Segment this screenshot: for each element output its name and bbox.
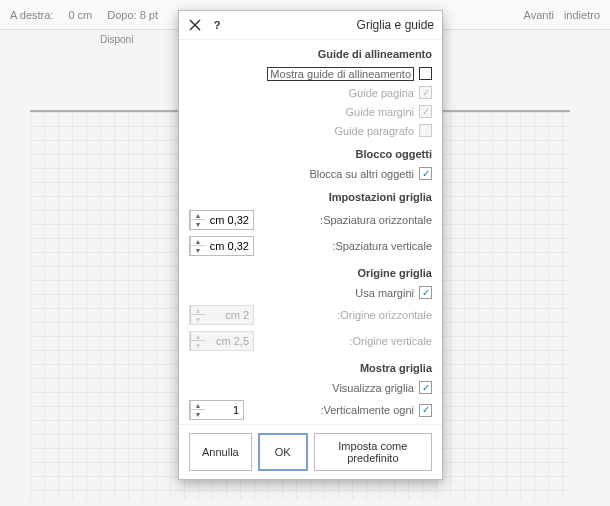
down-arrow-icon[interactable]: ▼ [191,220,205,229]
bg-label-val1: 0 cm [68,9,92,21]
h-spacing-input[interactable] [205,212,253,228]
bg-label-indietro: indietro [564,9,600,21]
use-margins-label: Usa margini [355,287,414,299]
bg-label-adestra: A destra: [10,9,53,21]
v-every-spinner[interactable]: ▲▼ [189,400,244,420]
bg-label-avanti: Avanti [524,9,554,21]
up-arrow-icon: ▲ [191,332,205,341]
v-every-checkbox[interactable] [419,404,432,417]
dialog-body: Guide di allineamento Mostra guide di al… [179,40,442,424]
up-arrow-icon: ▲ [191,306,205,315]
v-origin-label: Origine verticale: [349,335,432,347]
up-arrow-icon[interactable]: ▲ [191,211,205,220]
paragraph-guides-label: Guide paragrafo [335,125,415,137]
h-origin-spinner: ▲▼ [189,305,254,325]
up-arrow-icon[interactable]: ▲ [191,401,205,410]
show-alignment-guides-label: Mostra guide di allineamento [267,68,414,80]
section-show-grid: Mostra griglia [189,362,432,374]
v-spacing-input[interactable] [205,238,253,254]
v-every-label: Verticalmente ogni: [320,404,414,416]
v-origin-spinner: ▲▼ [189,331,254,351]
h-origin-label: Origine orizzontale: [337,309,432,321]
paragraph-guides-checkbox [419,124,432,137]
v-every-input[interactable] [205,402,243,418]
page-guides-checkbox [419,86,432,99]
set-default-button[interactable]: Imposta come predefinito [314,433,432,471]
page-guides-label: Guide pagina [349,87,414,99]
block-on-others-checkbox[interactable] [419,167,432,180]
block-on-others-label: Blocca su altri oggetti [309,168,414,180]
section-alignment-guides: Guide di allineamento [189,48,432,60]
up-arrow-icon[interactable]: ▲ [191,237,205,246]
use-margins-checkbox[interactable] [419,286,432,299]
bg-label-dopo: Dopo: 8 pt [107,9,158,21]
bg-disponi-label: Disponi [100,34,133,45]
ok-button[interactable]: OK [258,433,308,471]
down-arrow-icon: ▼ [191,341,205,350]
h-origin-input [205,307,253,323]
down-arrow-icon: ▼ [191,315,205,324]
visualize-grid-checkbox[interactable] [419,381,432,394]
section-grid-origin: Origine griglia [189,267,432,279]
margin-guides-label: Guide margini [346,106,414,118]
close-icon [189,19,201,31]
v-origin-input [205,333,253,349]
close-button[interactable] [187,17,203,33]
section-grid-settings: Impostazioni griglia [189,191,432,203]
down-arrow-icon[interactable]: ▼ [191,410,205,419]
show-alignment-guides-checkbox[interactable] [419,67,432,80]
dialog-footer: Annulla OK Imposta come predefinito [179,424,442,479]
section-block-objects: Blocco oggetti [189,148,432,160]
grid-and-guides-dialog: Griglia e guide ? Guide di allineamento … [178,10,443,480]
margin-guides-checkbox [419,105,432,118]
help-button[interactable]: ? [209,17,225,33]
dialog-title: Griglia e guide [357,18,434,32]
h-spacing-label: Spaziatura orizzontale: [320,214,432,226]
visualize-grid-label: Visualizza griglia [332,382,414,394]
down-arrow-icon[interactable]: ▼ [191,246,205,255]
dialog-header: Griglia e guide ? [179,11,442,40]
h-spacing-spinner[interactable]: ▲▼ [189,210,254,230]
cancel-button[interactable]: Annulla [189,433,252,471]
v-spacing-spinner[interactable]: ▲▼ [189,236,254,256]
v-spacing-label: Spaziatura verticale: [332,240,432,252]
